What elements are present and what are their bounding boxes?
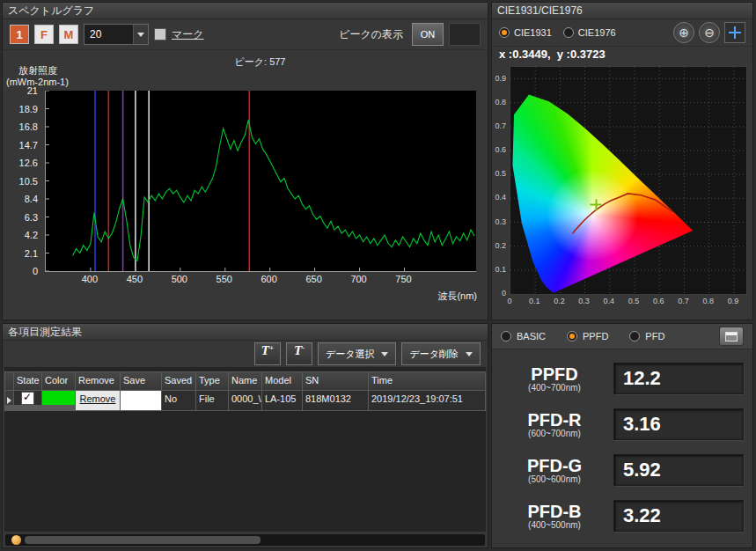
row-sn-cell: 818M0132 — [303, 391, 368, 410]
metric-range: (500~600nm) — [499, 474, 610, 484]
cie-panel: CIE1931/CIE1976 CIE1931 CIE1976 ⊕ ⊖ x :0… — [491, 2, 753, 320]
table-corner-cell — [5, 372, 13, 390]
font-decrease-button[interactable]: T- — [286, 342, 312, 365]
ppfd-metrics: PPFD (400~700nm) 12.2 PFD-R (600~700nm) … — [499, 354, 744, 537]
spectrum-toolbar: 1 F M 20 マーク ピークの表示 ON — [3, 19, 488, 50]
metric-value: 5.92 — [613, 454, 744, 486]
spectrum-plot-area — [45, 91, 476, 272]
font-increase-button[interactable]: T+ — [254, 342, 281, 365]
cie-y-tick-label: 0.6 — [495, 145, 506, 154]
cie-y-tick-label: 0.9 — [495, 74, 506, 83]
basic-radio-label[interactable]: BASIC — [517, 331, 546, 342]
x-axis-tick-label: 600 — [254, 274, 284, 284]
horizontal-scrollbar[interactable] — [5, 534, 485, 546]
col-header-name: Name — [229, 372, 261, 390]
zoom-out-button[interactable]: ⊖ — [699, 22, 720, 43]
scrollbar-knob[interactable] — [11, 535, 21, 545]
cie-y-tick-label: 0.4 — [495, 193, 506, 202]
x-axis-tick-label: 650 — [299, 274, 329, 284]
ppfd-panel: BASIC PPFD PFD PPFD (400~700nm) 12.2 PFD… — [491, 323, 753, 548]
chromaticity-point-marker — [591, 199, 602, 210]
basic-radio[interactable] — [501, 331, 511, 342]
mark-checkbox[interactable] — [154, 28, 166, 40]
mode-m-button[interactable]: M — [59, 25, 78, 44]
metric-label: PFD-R — [499, 411, 610, 429]
x-axis-tick-label: 450 — [120, 274, 150, 284]
row-name-cell: 0000_\ — [229, 391, 261, 410]
graph-mode-icon — [725, 332, 738, 342]
cie-y-tick-label: 0.1 — [495, 265, 506, 274]
metric-range: (400~500nm) — [499, 520, 610, 530]
state-checkbox[interactable] — [21, 392, 34, 405]
minus-icon: - — [302, 343, 305, 352]
scrollbar-thumb[interactable] — [25, 536, 261, 544]
fit-view-button[interactable] — [724, 22, 745, 43]
zoom-in-icon: ⊕ — [679, 26, 689, 39]
mode-1-button[interactable]: 1 — [10, 25, 29, 44]
data-delete-button[interactable]: データ削除 — [401, 342, 481, 365]
row-state-cell — [14, 391, 41, 405]
ppfd-mode-row: BASIC PPFD PFD — [492, 324, 752, 349]
spectrum-panel: スペクトルグラフ 1 F M 20 マーク ピークの表示 ON ピーク: 577… — [2, 2, 488, 320]
chevron-down-icon — [133, 25, 148, 44]
cie1931-radio[interactable] — [499, 27, 510, 38]
cie-x-tick-label: 0.6 — [650, 297, 666, 305]
mode-f-button[interactable]: F — [34, 25, 54, 44]
cie-x-tick-label: 0.9 — [725, 297, 741, 305]
metric-pfd-r: PFD-R (600~700nm) 3.16 — [499, 403, 744, 445]
cie1976-radio[interactable] — [563, 27, 574, 38]
row-model-cell: LA-105 — [262, 391, 302, 410]
y-axis-tick-label: 18.9 — [19, 104, 38, 114]
cie-y-tick-label: 0.3 — [495, 217, 506, 226]
cie-panel-title: CIE1931/CIE1976 — [492, 3, 752, 19]
spectrum-x-axis: 400450500550600650700750 — [45, 274, 475, 286]
cie-y-tick-label: 0.5 — [495, 169, 506, 178]
row-type-cell: File — [196, 391, 228, 410]
peak-display-off-button[interactable] — [449, 23, 481, 46]
ppfd-radio[interactable] — [567, 331, 577, 342]
metric-value: 12.2 — [613, 363, 744, 394]
col-header-save: Save — [121, 372, 161, 390]
ppfd-radio-label[interactable]: PPFD — [583, 331, 608, 342]
metric-value: 3.22 — [613, 500, 744, 532]
app-window: スペクトルグラフ 1 F M 20 マーク ピークの表示 ON ピーク: 577… — [0, 0, 756, 551]
y-axis-tick-label: 16.8 — [19, 121, 38, 132]
cie-x-tick-label: 0.8 — [701, 297, 716, 305]
col-header-color: Color — [42, 372, 75, 390]
peak-display-label: ピークの表示 — [339, 27, 403, 42]
planckian-locus-curve — [510, 67, 746, 294]
fit-view-icon — [729, 26, 741, 39]
y-axis-tick-label: 12.6 — [19, 158, 38, 168]
cie1931-radio-label[interactable]: CIE1931 — [514, 27, 552, 38]
x-axis-tick-label: 500 — [165, 274, 195, 284]
cie-x-tick-label: 0.7 — [675, 297, 691, 305]
results-panel-title: 各項目測定結果 — [3, 324, 488, 341]
chevron-down-icon — [381, 352, 388, 356]
mark-label[interactable]: マーク — [172, 27, 204, 42]
results-toolbar: T+ T- データ選択 データ削除 — [3, 341, 488, 368]
row-selector-arrow[interactable] — [5, 391, 13, 405]
y-axis-tick-label: 21 — [27, 85, 38, 96]
row-color-cell[interactable] — [42, 391, 75, 405]
x-axis-tick-label: 700 — [344, 274, 374, 284]
x-axis-label: 波長(nm) — [437, 290, 477, 303]
interval-select[interactable]: 20 — [84, 24, 149, 45]
cie-y-tick-label: 0.7 — [495, 121, 506, 130]
cie-diagram — [510, 66, 747, 295]
spectrum-y-axis: 2118.916.814.712.610.58.46.34.22.10 — [4, 91, 41, 271]
row-saved-cell: No — [162, 391, 195, 410]
peak-annotation: ピーク: 577 — [45, 55, 475, 69]
row-remove-button[interactable]: Remove — [76, 391, 120, 410]
cie-toolbar: CIE1931 CIE1976 ⊕ ⊖ — [492, 19, 752, 47]
y-axis-tick-label: 4.2 — [25, 230, 38, 240]
graph-mode-button[interactable] — [719, 327, 744, 346]
data-select-button[interactable]: データ選択 — [318, 342, 397, 365]
cie-x-axis: 00.10.20.30.40.50.60.70.80.9 — [510, 297, 745, 307]
pfd-radio[interactable] — [629, 331, 640, 342]
peak-display-on-button[interactable]: ON — [412, 23, 444, 46]
zoom-in-button[interactable]: ⊕ — [673, 22, 694, 43]
results-panel: 各項目測定結果 T+ T- データ選択 データ削除 State Color R — [2, 323, 488, 548]
cie1976-radio-label[interactable]: CIE1976 — [578, 27, 616, 38]
row-save-cell[interactable] — [121, 391, 161, 410]
pfd-radio-label[interactable]: PFD — [645, 331, 664, 342]
